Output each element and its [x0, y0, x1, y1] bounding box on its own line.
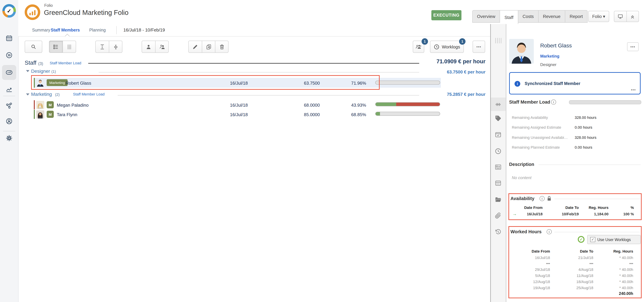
expand-rows-icon[interactable]	[96, 41, 109, 53]
info-icon: i	[514, 81, 520, 87]
panel-member-team-link[interactable]: Marketing	[540, 54, 559, 59]
panel-resize-handle[interactable]	[495, 38, 501, 43]
group-letter-badge: M	[47, 101, 54, 108]
group-marketing-load-link[interactable]: Staff Member Load	[73, 92, 105, 96]
row-status-stripe	[34, 78, 35, 88]
panel-load-bar	[569, 100, 641, 104]
load-row-value: 328.00 hours	[575, 135, 596, 139]
member-add-group	[142, 41, 169, 53]
worked-header-hours: Reg. Hours	[608, 249, 633, 253]
worked-header-to: Date To	[570, 249, 593, 253]
availability-hours: 1,184.00	[585, 212, 608, 216]
synchronized-banner: i Synchronized Staff Member •••	[509, 72, 640, 94]
worked-from: •••	[522, 261, 550, 265]
member-rate: 85.0000	[290, 112, 320, 117]
info-icon[interactable]: i	[547, 229, 552, 234]
member-name[interactable]: Robert Glass	[66, 81, 91, 86]
edit-pencil-icon[interactable]	[189, 41, 202, 53]
info-icon[interactable]: i	[551, 99, 556, 105]
sidebar-calendar-icon[interactable]	[6, 35, 13, 42]
folder-icon[interactable]	[494, 196, 502, 203]
group-designer-load-bar	[99, 72, 419, 72]
availability-header-hours: Reg. Hours	[585, 206, 608, 210]
structure-view-icon[interactable]	[62, 41, 76, 53]
panel-more-button[interactable]: •••	[627, 42, 638, 51]
tab-staff[interactable]: Staff	[500, 10, 518, 24]
collapse-header-chevrons-icon[interactable]	[626, 11, 638, 22]
report-card-icon[interactable]	[494, 164, 502, 171]
section-rule	[538, 165, 640, 165]
folio-dropdown-button[interactable]: Folio ▾	[588, 11, 609, 22]
staff-total-rate: 71.0909 € per hour	[418, 58, 486, 65]
clock-icon[interactable]	[494, 147, 502, 155]
sidebar-fast-forward-icon[interactable]	[6, 52, 13, 59]
bigpicture-logo-icon[interactable]: ✓	[2, 4, 16, 18]
group-designer-rate: 63.7500 € per hour	[418, 69, 486, 74]
sidebar-settings-gear-icon[interactable]	[6, 134, 13, 142]
folio-logo-icon	[25, 5, 40, 20]
description-title: Description	[509, 162, 534, 167]
sidebar-trend-chart-icon[interactable]	[6, 86, 13, 93]
info-icon[interactable]: i	[540, 196, 544, 201]
collapse-group-triangle[interactable]	[26, 70, 30, 72]
panel-member-role: Designer	[540, 62, 556, 67]
checkbox-checked-icon[interactable]: ✓	[590, 237, 595, 242]
worked-hours: * 40.00h	[608, 267, 633, 271]
group-designer-name[interactable]: Designer	[31, 68, 50, 74]
tab-overview[interactable]: Overview	[472, 10, 500, 23]
member-name[interactable]: Tara Flynn	[57, 112, 77, 117]
capacity-dumbbell-icon[interactable]	[494, 101, 502, 108]
staff-load-link[interactable]: Staff Member Load	[50, 61, 81, 65]
staff-load-bar	[88, 63, 419, 64]
app-sidebar: ✓	[0, 0, 18, 302]
add-person-icon[interactable]	[142, 41, 155, 53]
load-bar-red-segment	[396, 103, 440, 106]
subtab-staff-members[interactable]: Staff Members	[51, 28, 80, 33]
group-marketing-count: (2)	[55, 92, 60, 96]
more-actions-button[interactable]: •••	[472, 41, 485, 53]
load-row-label: Remaining Unassigned Availabi…	[512, 135, 568, 139]
list-view-icon[interactable]	[49, 41, 62, 53]
load-row-value: 0.00 hours	[575, 145, 592, 149]
subtab-summary[interactable]: Summary	[32, 28, 50, 33]
calendar-check-icon[interactable]	[494, 131, 502, 138]
tab-revenue[interactable]: Revenue	[538, 10, 565, 23]
view-tabset: Overview Staff Costs Revenue Report	[472, 10, 588, 23]
member-load-pct: 43.93%	[339, 103, 366, 108]
subtab-planning[interactable]: Planning	[89, 28, 106, 33]
collapse-rows-icon[interactable]	[109, 41, 122, 53]
team-count-badge: 1	[421, 38, 428, 45]
collapse-group-triangle[interactable]	[26, 93, 30, 95]
date-range[interactable]: 16/Jul/18 - 10/Feb/19	[124, 28, 165, 33]
worked-to: •••	[570, 261, 593, 265]
sync-more-button[interactable]: •••	[631, 88, 636, 92]
search-button[interactable]	[25, 41, 42, 53]
tab-costs[interactable]: Costs	[518, 10, 538, 23]
member-date: 16/Jul/18	[221, 112, 248, 117]
use-user-worklogs-button[interactable]: ✓ Use User Worklogs	[587, 235, 640, 244]
avatar	[36, 110, 44, 118]
worked-from: 19/Aug/18	[522, 286, 550, 290]
load-row-value: 0.00 hours	[575, 125, 592, 129]
clone-icon[interactable]	[202, 41, 215, 53]
sidebar-user-icon[interactable]	[6, 117, 13, 125]
tab-report[interactable]: Report	[565, 10, 588, 23]
worklogs-label: Worklogs	[442, 44, 460, 49]
paperclip-icon[interactable]	[494, 212, 502, 219]
edit-actions-group	[188, 41, 228, 53]
group-marketing-name[interactable]: Marketing	[31, 91, 52, 97]
sidebar-portfolio-icon[interactable]	[6, 69, 13, 76]
delete-trash-icon[interactable]	[215, 41, 228, 53]
member-load-bar	[375, 102, 440, 106]
member-name[interactable]: Megan Paladino	[57, 103, 88, 108]
worked-to: 21/Jul/18	[570, 256, 593, 260]
tag-icon[interactable]	[494, 115, 502, 122]
presentation-screen-icon[interactable]	[614, 11, 626, 22]
add-group-icon[interactable]	[155, 41, 168, 53]
sidebar-network-icon[interactable]	[6, 102, 13, 109]
calendar-icon[interactable]	[494, 180, 502, 187]
detail-panel-icon-strip	[490, 24, 506, 302]
history-icon[interactable]	[494, 228, 502, 235]
availability-to: 10/Feb/19	[555, 212, 579, 216]
member-date: 16/Jul/18	[221, 103, 248, 108]
